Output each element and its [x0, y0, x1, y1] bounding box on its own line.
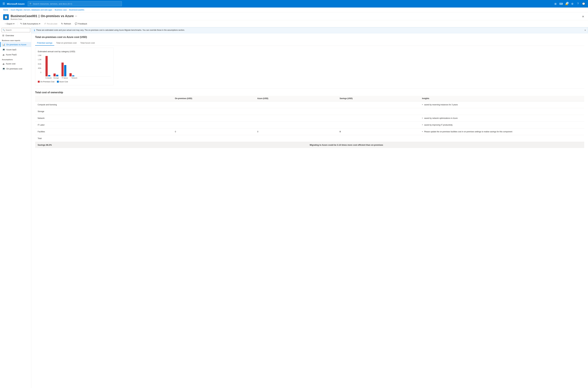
breadcrumb-sep-2: › [53, 9, 54, 11]
cloud-shell-icon[interactable]: ⌨ [559, 1, 564, 6]
tco-azure-storage [255, 108, 337, 115]
recalculate-button[interactable]: ↺ Recalculate [43, 22, 59, 26]
tco-savings-it-labor [337, 122, 419, 128]
main-layout: 🔍 ‹‹ ⊟ Overview Business case reports 📊 … [0, 27, 588, 388]
tco-th-category [35, 96, 172, 101]
sidebar-item-on-premises-vs-azure[interactable]: 📊 On-premises vs Azure [0, 42, 31, 47]
export-button[interactable]: ↑ Export ▾ [3, 22, 16, 26]
compute-on-prem-bar [46, 56, 48, 76]
bars-row [44, 54, 111, 76]
bullet-icon: • [422, 104, 423, 106]
sidebar-collapse-button[interactable]: ‹‹ [30, 29, 31, 31]
page-header: 📋 BusinessCase001 | On-premises vs Azure… [0, 12, 588, 20]
sidebar-search-input[interactable] [6, 29, 29, 31]
tab-total-azure-cost[interactable]: Total Azure cost [78, 40, 97, 46]
legend-on-premises-label: On-Premises Cost [40, 81, 54, 83]
azure-paas-icon: ☁ [2, 53, 4, 56]
on-premises-vs-azure-icon: 📊 [2, 43, 5, 46]
tco-azure-compute [255, 101, 337, 108]
tco-savings-storage [337, 108, 419, 115]
sidebar-section-assumptions: Assumptions [0, 57, 31, 61]
sidebar-search-icon: 🔍 [3, 29, 5, 31]
sidebar-azure-cost-label: Azure cost [6, 63, 15, 65]
y-label-5: 0 [40, 72, 41, 73]
close-banner-button[interactable]: ✕ [584, 29, 586, 31]
sidebar-item-azure-cost[interactable]: ☁ Azure cost [0, 61, 31, 66]
breadcrumb-business-case[interactable]: Business case [55, 9, 67, 11]
top-nav: ☰ Microsoft Azure 🔍 ⊞ ⌨ 🔔 1 ⚙ ? 💬 [0, 0, 588, 7]
info-banner-text: These are estimated costs and your actua… [36, 29, 185, 31]
feedback-nav-icon[interactable]: 💬 [581, 1, 586, 6]
tco-savings-network [337, 115, 419, 122]
tco-category-network: Network [35, 115, 172, 122]
bullet-icon: • [422, 131, 423, 133]
close-button[interactable]: ✕ [581, 14, 585, 19]
tco-category-compute: Compute and licensing [35, 101, 172, 108]
page-title: BusinessCase001 | On-premises vs Azure ·… [11, 14, 77, 18]
notifications-icon[interactable]: 🔔 1 [564, 1, 569, 6]
sidebar-item-azure-iaas[interactable]: 💻 Azure IaaS [0, 47, 31, 52]
bar-label-network: Network [72, 77, 76, 79]
tco-section-title: Total cost of ownership [35, 91, 584, 94]
chart-container: Estimated annual cost by category (USD) … [35, 48, 114, 85]
legend-on-premises-color [38, 81, 40, 83]
tco-header-row: On-premises (USD) Azure (USD) Savings (U… [35, 96, 584, 101]
sidebar-item-overview[interactable]: ⊟ Overview [0, 33, 31, 38]
table-row: IT Labor • saved by improving IT product… [35, 122, 584, 128]
table-row: Network • saved by network optimizations… [35, 115, 584, 122]
breadcrumb-sep-1: › [9, 9, 10, 11]
breadcrumb-azure-migrate[interactable]: Azure Migrate | Servers, databases and w… [10, 9, 52, 11]
feedback-button[interactable]: 💬 Feedback [73, 22, 89, 26]
table-row: Compute and licensing • saved by reservi… [35, 101, 584, 108]
tco-on-prem-total [172, 135, 255, 142]
breadcrumb-home[interactable]: Home [3, 9, 8, 11]
tco-category-total: Total [35, 135, 172, 142]
tab-potential-savings[interactable]: Potential savings [35, 40, 54, 46]
refresh-button[interactable]: ↻ Refresh [60, 22, 73, 26]
global-search-input[interactable] [33, 3, 120, 5]
portal-icon[interactable]: ⊞ [553, 1, 558, 6]
chart-legend: On-Premises Cost Azure Cost [38, 81, 111, 83]
page-title-sep: | [39, 14, 40, 18]
tco-on-prem-storage [172, 108, 255, 115]
tco-azure-network [255, 115, 337, 122]
sidebar-on-premises-cost-label: On-premises cost [6, 68, 22, 70]
toolbar: ↑ Export ▾ ✎ Edit Assumptions ▾ ↺ Recalc… [0, 20, 588, 27]
azure-logo: Microsoft Azure [7, 2, 24, 5]
tco-insights-total [419, 135, 584, 142]
savings-footer: Savings 68.2% Migrating to Azure could b… [35, 142, 584, 148]
page-more-button[interactable]: ··· [75, 15, 77, 18]
table-row: Facilities 0 0 0 • Please update the on-… [35, 128, 584, 135]
y-label-3: 810k [38, 63, 41, 65]
global-search-box[interactable]: 🔍 [28, 1, 122, 6]
help-icon[interactable]: ? [575, 1, 581, 6]
legend-on-premises: On-Premises Cost [38, 81, 54, 83]
recalculate-icon: ↺ [44, 23, 46, 25]
bar-group-compute [46, 56, 50, 76]
sidebar-item-on-premises-cost[interactable]: 💻 On-premises cost [0, 66, 31, 71]
bar-group-it-labour [61, 63, 66, 76]
sidebar-section-reports: Business case reports [0, 38, 31, 42]
main-content: ℹ These are estimated costs and your act… [31, 27, 588, 388]
edit-assumptions-button[interactable]: ✎ Edit Assumptions ▾ [19, 22, 42, 26]
sidebar-azure-iaas-label: Azure IaaS [6, 48, 16, 51]
it-labour-azure-bar [64, 65, 66, 76]
hamburger-menu[interactable]: ☰ [2, 1, 6, 6]
sidebar-search-wrap[interactable]: 🔍 [1, 28, 30, 32]
breadcrumb-sep-3: › [68, 9, 68, 11]
on-premises-cost-icon: 💻 [2, 67, 5, 70]
bar-label-it-labour: IT labour [61, 77, 68, 79]
breadcrumb: Home › Azure Migrate | Servers, database… [0, 7, 588, 12]
y-label-4: 400k [38, 67, 41, 69]
sidebar-item-azure-paas[interactable]: ☁ Azure PaaS [0, 52, 31, 57]
tco-insights-compute: • saved by reserving instances for 3 yea… [419, 101, 584, 108]
settings-icon[interactable]: ⚙ [570, 1, 575, 6]
edit-assumptions-icon: ✎ [20, 23, 22, 25]
tco-azure-total [255, 135, 337, 142]
tco-th-on-premises: On-premises (USD) [172, 96, 255, 101]
tab-total-on-premises-cost[interactable]: Total on-premises cost [54, 40, 78, 46]
it-labour-on-prem-bar [61, 63, 64, 76]
notification-badge: 1 [566, 2, 568, 4]
chart-bars: Compute Storage IT labour Network [44, 54, 111, 79]
tco-insights-it-labor: • saved by improving IT productivity [419, 122, 584, 128]
